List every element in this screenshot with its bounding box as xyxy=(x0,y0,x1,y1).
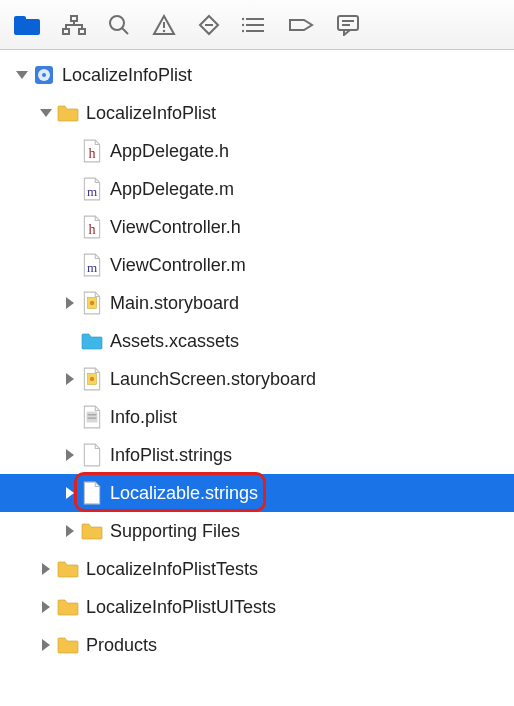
svg-text:h: h xyxy=(88,145,95,161)
hierarchy-icon[interactable] xyxy=(62,15,86,35)
tree-row[interactable]: Main.storyboard xyxy=(0,284,514,322)
svg-point-29 xyxy=(90,377,94,381)
tree-row[interactable]: Products xyxy=(0,626,514,664)
tree-row[interactable]: hAppDelegate.h xyxy=(0,132,514,170)
disclosure-triangle-icon[interactable] xyxy=(62,447,78,463)
svg-point-13 xyxy=(242,17,244,19)
folder-icon xyxy=(56,101,80,125)
tree-row-label: LocalizeInfoPlist xyxy=(86,103,216,124)
tree-row[interactable]: Localizable.strings xyxy=(0,474,514,512)
disclosure-triangle-icon[interactable] xyxy=(38,105,54,121)
svg-rect-3 xyxy=(63,29,69,34)
disclosure-triangle-icon[interactable] xyxy=(62,485,78,501)
tree-row-label: Info.plist xyxy=(110,407,177,428)
folder-icon xyxy=(56,633,80,657)
svg-text:m: m xyxy=(87,184,97,199)
folder-icon[interactable] xyxy=(14,15,40,35)
disclosure-triangle-icon xyxy=(62,143,78,159)
tree-row[interactable]: LocalizeInfoPlistUITests xyxy=(0,588,514,626)
plist-icon xyxy=(80,405,104,429)
tree-row-label: Products xyxy=(86,635,157,656)
svg-line-6 xyxy=(122,28,128,34)
svg-rect-2 xyxy=(71,16,77,21)
tree-row[interactable]: LocalizeInfoPlist xyxy=(0,56,514,94)
tree-row-label: LocalizeInfoPlist xyxy=(62,65,192,86)
disclosure-triangle-icon[interactable] xyxy=(62,371,78,387)
tree-row[interactable]: LocalizeInfoPlist xyxy=(0,94,514,132)
tree-row-label: InfoPlist.strings xyxy=(110,445,232,466)
svg-text:h: h xyxy=(88,221,95,237)
disclosure-triangle-icon[interactable] xyxy=(62,295,78,311)
search-icon[interactable] xyxy=(108,14,130,36)
tree-row[interactable]: InfoPlist.strings xyxy=(0,436,514,474)
list-icon[interactable] xyxy=(242,16,266,34)
folder-icon xyxy=(80,519,104,543)
tree-row-label: Supporting Files xyxy=(110,521,240,542)
tree-row-label: LaunchScreen.storyboard xyxy=(110,369,316,390)
tag-icon[interactable] xyxy=(288,16,314,34)
svg-point-21 xyxy=(42,73,46,77)
assets-icon xyxy=(80,329,104,353)
file-generic-icon xyxy=(80,481,104,505)
tree-row-label: LocalizeInfoPlistTests xyxy=(86,559,258,580)
tree-row-label: LocalizeInfoPlistUITests xyxy=(86,597,276,618)
svg-point-5 xyxy=(110,16,124,30)
svg-point-15 xyxy=(242,29,244,31)
file-h-icon: h xyxy=(80,139,104,163)
tree-row[interactable]: Info.plist xyxy=(0,398,514,436)
svg-text:m: m xyxy=(87,260,97,275)
navigator-toolbar xyxy=(0,0,514,50)
folder-icon xyxy=(56,595,80,619)
disclosure-triangle-icon[interactable] xyxy=(38,637,54,653)
tree-row-label: AppDelegate.h xyxy=(110,141,229,162)
svg-rect-30 xyxy=(87,412,98,423)
disclosure-triangle-icon[interactable] xyxy=(14,67,30,83)
storyboard-icon xyxy=(80,367,104,391)
disclosure-triangle-icon xyxy=(62,257,78,273)
svg-point-8 xyxy=(163,29,165,31)
tree-row[interactable]: hViewController.h xyxy=(0,208,514,246)
disclosure-triangle-icon[interactable] xyxy=(38,599,54,615)
tree-row[interactable]: Supporting Files xyxy=(0,512,514,550)
svg-point-27 xyxy=(90,301,94,305)
project-icon xyxy=(32,63,56,87)
diamond-icon[interactable] xyxy=(198,14,220,36)
svg-rect-1 xyxy=(15,17,25,22)
tree-row-label: Localizable.strings xyxy=(110,483,258,504)
tree-row-label: ViewController.m xyxy=(110,255,246,276)
disclosure-triangle-icon xyxy=(62,219,78,235)
file-generic-icon xyxy=(80,443,104,467)
tree-row[interactable]: mViewController.m xyxy=(0,246,514,284)
tree-row[interactable]: mAppDelegate.m xyxy=(0,170,514,208)
storyboard-icon xyxy=(80,291,104,315)
file-h-icon: h xyxy=(80,215,104,239)
project-navigator[interactable]: LocalizeInfoPlistLocalizeInfoPlisthAppDe… xyxy=(0,50,514,664)
file-m-icon: m xyxy=(80,177,104,201)
file-m-icon: m xyxy=(80,253,104,277)
tree-row[interactable]: Assets.xcassets xyxy=(0,322,514,360)
tree-row-label: AppDelegate.m xyxy=(110,179,234,200)
svg-rect-4 xyxy=(79,29,85,34)
tree-row[interactable]: LocalizeInfoPlistTests xyxy=(0,550,514,588)
tree-row-label: ViewController.h xyxy=(110,217,241,238)
disclosure-triangle-icon xyxy=(62,409,78,425)
warning-icon[interactable] xyxy=(152,14,176,36)
disclosure-triangle-icon[interactable] xyxy=(62,523,78,539)
folder-icon xyxy=(56,557,80,581)
comment-icon[interactable] xyxy=(336,14,360,36)
tree-row-label: Main.storyboard xyxy=(110,293,239,314)
disclosure-triangle-icon xyxy=(62,333,78,349)
tree-row-label: Assets.xcassets xyxy=(110,331,239,352)
svg-point-14 xyxy=(242,23,244,25)
disclosure-triangle-icon xyxy=(62,181,78,197)
svg-rect-16 xyxy=(338,16,358,30)
disclosure-triangle-icon[interactable] xyxy=(38,561,54,577)
tree-row[interactable]: LaunchScreen.storyboard xyxy=(0,360,514,398)
